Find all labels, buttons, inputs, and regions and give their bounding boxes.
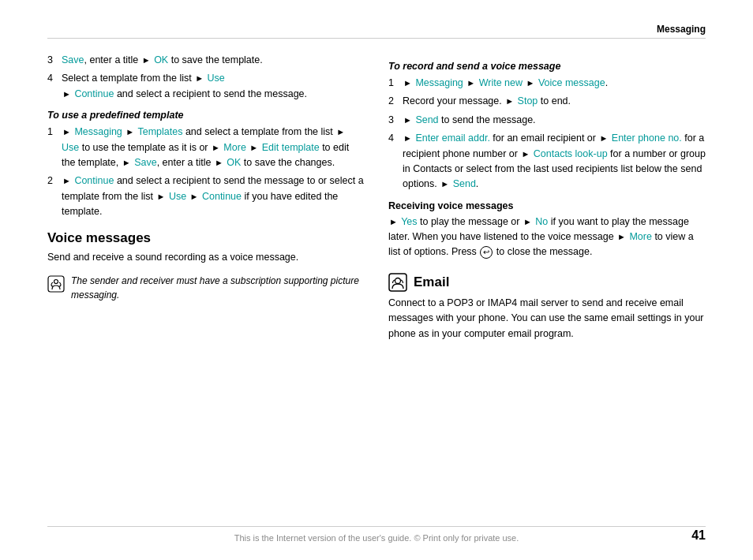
predefined-title-text: To use a predefined template [47,110,184,121]
recv-yes: Yes [401,216,417,227]
email-title-text: Email [414,274,449,290]
back-button-icon [480,246,493,259]
note-text: The sender and receiver must have a subs… [71,274,365,302]
record-step-2-content: Record your message. ► Stop to end. [403,94,706,109]
arrow: ► [62,127,71,136]
ps2-use: Use [169,191,186,202]
recv-no: No [535,216,548,227]
arrow: ► [212,143,220,152]
predefined-step-2-content: ► Continue and select a recipient to sen… [62,174,365,219]
svg-rect-2 [389,274,406,291]
rs4-phone: Enter phone no. [612,133,682,144]
right-column: To record and send a voice message 1 ► M… [388,53,706,345]
ps1-use: Use [62,142,79,153]
predefined-steps: 1 ► Messaging ► Templates and select a t… [47,125,365,219]
step-3-ok: OK [154,54,168,65]
arrow: ► [142,55,151,65]
arrow: ► [195,73,204,83]
ps1-edit: Edit template [262,142,320,153]
step-4-use: Use [208,73,225,84]
step-4-content: Select a template from the list ► Use ► … [62,71,365,102]
footer: This is the Internet version of the user… [47,526,706,543]
ps1-more: More [223,142,245,153]
page: Messaging 3 Save, enter a title ► OK to … [0,0,753,560]
ps2-continue: Continue [74,175,114,186]
rs4-send2: Send [453,178,476,189]
ps1-save: Save [134,157,157,168]
arrow: ► [403,133,412,143]
email-description: Connect to a POP3 or IMAP4 mail server t… [388,296,706,342]
arrow: ► [599,133,608,143]
record-step-4-num: 4 [388,131,403,192]
predefined-step-1-content: ► Messaging ► Templates and select a tem… [62,125,365,170]
page-header: Messaging [47,24,706,39]
arrow: ► [190,192,199,201]
arrow: ► [62,89,71,99]
predefined-step-1: 1 ► Messaging ► Templates and select a t… [47,125,365,170]
header-title: Messaging [657,24,706,35]
note-icon [47,275,65,293]
step-3: 3 Save, enter a title ► OK to save the t… [47,53,365,68]
recv-more: More [629,231,651,242]
rs3-send: Send [415,114,438,125]
step-3-num: 3 [47,53,62,68]
record-step-1: 1 ► Messaging ► Write new ► Voice messag… [388,76,706,91]
rs1-write: Write new [479,77,523,88]
arrow: ► [126,127,134,136]
arrow: ► [157,192,166,201]
email-icon [388,273,407,292]
arrow: ► [523,217,532,226]
arrow: ► [617,232,626,241]
ps1-ok: OK [227,157,241,168]
record-step-2: 2 Record your message. ► Stop to end. [388,94,706,109]
arrow: ► [403,78,412,88]
arrow: ► [403,115,412,125]
rs1-voice: Voice message [538,77,605,88]
arrow: ► [505,96,514,106]
record-steps: 1 ► Messaging ► Write new ► Voice messag… [388,76,706,192]
predefined-step-1-num: 1 [47,125,62,170]
record-step-3-num: 3 [388,113,403,128]
arrow: ► [526,78,535,88]
step-4: 4 Select a template from the list ► Use … [47,71,365,102]
arrow: ► [466,78,475,88]
predefined-title: To use a predefined template [47,110,365,121]
step-4-num: 4 [47,71,62,102]
email-header: Email [388,273,706,292]
content-area: 3 Save, enter a title ► OK to save the t… [47,53,706,345]
svg-point-3 [395,278,401,283]
record-step-1-num: 1 [388,76,403,91]
record-title-text: To record and send a voice message [388,61,560,72]
arrow: ► [122,158,131,167]
receiving-text: ► Yes to play the message or ► No if you… [388,215,706,260]
arrow: ► [249,143,258,152]
step-3-content: Save, enter a title ► OK to save the tem… [62,53,365,68]
record-step-4: 4 ► Enter email addr. for an email recip… [388,131,706,192]
arrow: ► [521,149,530,159]
arrow: ► [440,179,449,189]
receiving-title: Receiving voice messages [388,200,706,211]
record-step-1-content: ► Messaging ► Write new ► Voice message. [403,76,706,91]
step-4-continue: Continue [74,88,114,99]
rs4-contacts: Contacts look-up [534,148,608,159]
record-step-2-num: 2 [388,94,403,109]
predefined-step-2-num: 2 [47,174,62,219]
ps2-continue2: Continue [202,191,242,202]
rs4-email: Enter email addr. [415,133,490,144]
record-title: To record and send a voice message [388,61,706,72]
footer-text: This is the Internet version of the user… [234,533,519,543]
arrow: ► [336,127,345,136]
ps1-messaging: Messaging [74,126,122,137]
intro-steps: 3 Save, enter a title ► OK to save the t… [47,53,365,102]
predefined-step-2: 2 ► Continue and select a recipient to s… [47,174,365,219]
step-3-save: Save [62,54,84,65]
voice-messages-desc: Send and receive a sound recording as a … [47,250,365,265]
record-step-3-content: ► Send to send the message. [403,113,706,128]
page-number: 41 [691,528,706,543]
rs2-stop: Stop [518,95,538,106]
voice-messages-title: Voice messages [47,230,365,246]
svg-point-1 [54,279,58,283]
rs1-messaging: Messaging [415,77,463,88]
arrow: ► [389,217,398,226]
arrow: ► [62,176,71,185]
